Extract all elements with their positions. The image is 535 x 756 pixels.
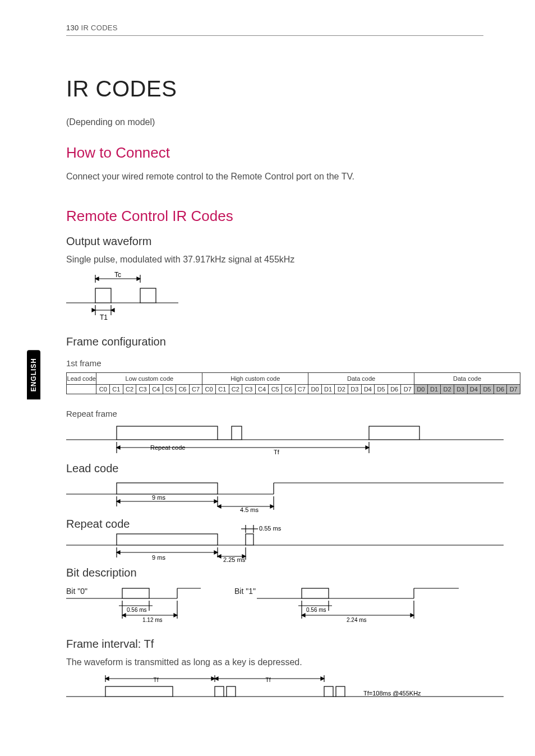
svg-marker-52	[117, 551, 120, 554]
lead-code-diagram: 9 ms 4.5 ms	[66, 482, 504, 513]
svg-rect-20	[369, 426, 419, 440]
repeat-frame-diagram: Repeat code Tf	[66, 423, 504, 458]
tc-label: Tc	[114, 271, 121, 279]
svg-rect-101	[336, 686, 345, 697]
language-tab: ENGLISH	[27, 350, 40, 399]
col-data1: Data code	[308, 373, 414, 385]
bit-cell: C2	[229, 385, 242, 394]
bit0-056: 0.56 ms	[127, 607, 147, 613]
svg-rect-96	[215, 686, 224, 697]
bit-cell: D4	[467, 385, 481, 394]
bit-cell: D0	[414, 385, 428, 394]
svg-rect-16	[117, 426, 218, 440]
bit-description-diagram: Bit "0" Bit "1" 0.56 ms 1.12 ms 0.56 ms …	[66, 586, 504, 629]
bit-cell: D0	[308, 385, 322, 394]
header-rule	[66, 35, 483, 36]
svg-marker-40	[270, 505, 274, 508]
bit1-label: Bit "1"	[234, 587, 256, 596]
svg-rect-97	[227, 686, 236, 697]
svg-rect-44	[246, 534, 253, 545]
svg-marker-70	[174, 614, 177, 617]
bit-cell: D1	[427, 385, 441, 394]
svg-marker-83	[411, 614, 414, 617]
frame-interval-body: The waveform is transmitted as long as a…	[66, 657, 483, 667]
lead-9ms: 9 ms	[152, 494, 165, 501]
header-section-label: IR CODES	[81, 24, 118, 32]
output-waveform-body: Single pulse, modulated with 37.917kHz s…	[66, 255, 483, 265]
svg-rect-8	[140, 288, 156, 303]
frame-config-table: Lead code Low custom code High custom co…	[66, 372, 520, 394]
bit-cell: C0	[96, 385, 110, 394]
svg-rect-28	[117, 483, 218, 494]
svg-marker-69	[122, 614, 126, 617]
page-number: 130	[66, 24, 79, 32]
bit-cell: D4	[361, 385, 375, 394]
frame-interval-heading: Frame interval: Tf	[66, 638, 483, 651]
fi-tf2: Tf	[266, 677, 271, 683]
bit-cell: C1	[215, 385, 229, 394]
bit-cell: D7	[507, 385, 520, 394]
svg-rect-72	[302, 588, 329, 598]
repeat-code-diagram: 0.55 ms 9 ms 2.25 ms	[66, 523, 504, 562]
svg-marker-91	[215, 677, 218, 680]
svg-marker-53	[214, 551, 218, 554]
lead-45ms: 4.5 ms	[240, 506, 259, 513]
svg-marker-4	[137, 277, 140, 280]
bit-cell: C4	[149, 385, 163, 394]
bit-cell: C5	[269, 385, 282, 394]
bit1-056: 0.56 ms	[306, 607, 326, 613]
svg-rect-6	[95, 288, 111, 303]
svg-marker-35	[117, 500, 120, 503]
bit-cell: C6	[176, 385, 190, 394]
svg-marker-26	[366, 446, 369, 449]
page-title: IR CODES	[66, 76, 483, 102]
svg-marker-25	[117, 446, 120, 449]
repeat-225ms: 2.25 ms	[223, 556, 246, 562]
col-low: Low custom code	[96, 373, 202, 385]
svg-marker-92	[321, 677, 324, 680]
svg-marker-82	[302, 614, 305, 617]
remote-control-ir-codes-heading: Remote Control IR Codes	[66, 208, 483, 225]
svg-rect-18	[232, 426, 242, 440]
bit-cell: C1	[110, 385, 123, 394]
bit-cell: C4	[255, 385, 269, 394]
document-page: 130 IR CODES IR CODES (Depending on mode…	[0, 0, 535, 731]
bit-cell: C3	[136, 385, 150, 394]
bit0-112: 1.12 ms	[142, 617, 163, 623]
bit-cell: D3	[348, 385, 362, 394]
repeat-9ms: 9 ms	[152, 554, 165, 561]
bit-description-heading: Bit description	[66, 566, 483, 579]
bit-cell: C7	[189, 385, 202, 394]
repeat-code-text: Repeat code	[150, 444, 185, 451]
output-waveform-diagram: Tc T1	[66, 271, 212, 322]
frame-configuration-heading: Frame configuration	[66, 335, 483, 348]
svg-marker-14	[111, 308, 114, 312]
svg-marker-13	[92, 308, 95, 312]
bit-cell: C3	[242, 385, 256, 394]
bit-cell: D5	[481, 385, 494, 394]
depending-note: (Depending on model)	[66, 117, 483, 127]
svg-rect-42	[117, 534, 218, 545]
bit-cell: C6	[282, 385, 295, 394]
t1-label: T1	[100, 314, 108, 321]
bit-cell: C5	[163, 385, 176, 394]
lead-code-heading: Lead code	[66, 462, 483, 475]
bit-cell: C2	[123, 385, 136, 394]
col-data2: Data code	[414, 373, 520, 385]
svg-marker-36	[214, 500, 218, 503]
svg-marker-39	[218, 505, 221, 508]
bit-cell: C0	[202, 385, 216, 394]
svg-marker-89	[105, 677, 109, 680]
repeat-055ms: 0.55 ms	[259, 525, 282, 532]
bit-cell: D6	[388, 385, 401, 394]
frame-interval-diagram: Tf Tf Tf=108ms @455KHz	[66, 674, 504, 704]
svg-marker-56	[218, 555, 221, 558]
bit1-224: 2.24 ms	[347, 617, 367, 623]
bit-cell: C7	[295, 385, 308, 394]
bit-cell: D7	[401, 385, 414, 394]
bit-cell: D1	[321, 385, 335, 394]
fi-tf1: Tf	[154, 677, 159, 683]
svg-rect-94	[105, 686, 173, 697]
svg-rect-100	[324, 686, 333, 697]
bit-cell: D3	[454, 385, 467, 394]
